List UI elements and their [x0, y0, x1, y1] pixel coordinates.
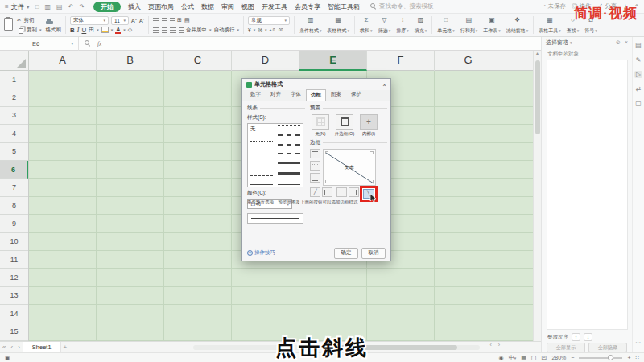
preset-none-button[interactable] [312, 114, 329, 130]
line-style-thick[interactable] [278, 172, 300, 175]
vertical-scrollbar[interactable]: ▲ [533, 51, 541, 341]
dialog-tab-pattern[interactable]: 图案 [326, 88, 346, 101]
row-header-1[interactable]: 1 [0, 71, 28, 88]
objects-list[interactable] [547, 60, 628, 330]
bold-button[interactable]: B [70, 27, 75, 34]
font-size-select[interactable]: 11▾ [111, 16, 129, 25]
row-header-9[interactable]: 9 [0, 215, 28, 232]
border-preview[interactable]: 文本 [323, 149, 376, 186]
line-style-double[interactable] [278, 183, 300, 185]
save-icon[interactable]: ▥ [45, 3, 52, 10]
row-header-3[interactable]: 3 [0, 107, 28, 125]
column-header-c[interactable]: C [164, 51, 232, 71]
sort-button[interactable]: ↕排序▾ [395, 15, 410, 35]
rows-cols-button[interactable]: ▤行和列▾ [460, 15, 479, 35]
tab-insert[interactable]: 插入 [128, 2, 141, 11]
close-icon[interactable]: × [625, 39, 628, 46]
tab-member[interactable]: 会员专享 [295, 2, 320, 11]
row-header-2[interactable]: 2 [0, 88, 28, 106]
fill-button[interactable]: ▨填充▾ [414, 15, 428, 35]
tab-home[interactable]: 开始 [93, 2, 121, 12]
cancel-button[interactable]: 取消 [361, 248, 386, 259]
pane-tool-icon-4[interactable]: ⇄ [636, 85, 642, 93]
row-header-11[interactable]: 11 [0, 251, 28, 269]
filter-button[interactable]: ▽筛选▾ [378, 15, 392, 35]
new-doc-icon[interactable]: □ [35, 3, 39, 10]
decrease-font-button[interactable]: A- [139, 17, 144, 23]
increase-font-button[interactable]: A+ [131, 17, 137, 23]
highlight-button[interactable]: ◇ [128, 27, 132, 33]
row-header-14[interactable]: 14 [0, 305, 28, 323]
select-all-corner[interactable] [0, 51, 29, 71]
name-box[interactable]: E6 ▾ [0, 37, 79, 51]
row-header-4[interactable]: 4 [0, 125, 28, 142]
increase-decimal-icon[interactable]: +.0 [270, 27, 275, 32]
line-style-hairline[interactable] [250, 184, 273, 185]
column-header-b[interactable]: B [97, 51, 164, 71]
underline-button[interactable]: U [81, 27, 86, 34]
line-style-med-dash[interactable] [250, 175, 273, 176]
fill-color-button[interactable] [101, 27, 109, 33]
border-hmiddle-button[interactable] [310, 161, 320, 171]
border-diag-up-button[interactable]: ╱ [310, 187, 320, 197]
search-input[interactable]: 查找命令、搜索模板 [370, 2, 434, 10]
print-icon[interactable]: ▤ [56, 3, 63, 10]
line-style-dashdot[interactable] [250, 158, 273, 158]
tab-formulas[interactable]: 公式 [181, 2, 194, 11]
format-painter-button[interactable]: 格式刷 [46, 25, 62, 35]
cells-button[interactable]: □单元格▾ [436, 15, 456, 35]
table-style-button[interactable]: ▦表格样式▾ [327, 15, 351, 35]
border-vmiddle-button[interactable] [336, 187, 347, 197]
tab-developer[interactable]: 开发工具 [262, 2, 287, 11]
align-right-icon[interactable] [170, 27, 176, 33]
tab-view[interactable]: 视图 [242, 2, 254, 11]
magnifier-icon[interactable] [85, 40, 91, 47]
row-header-6-selected[interactable]: 6 [0, 161, 28, 179]
column-header-e-selected[interactable]: E [299, 51, 367, 71]
table-tools-button[interactable]: ▦表格工具▾ [538, 15, 562, 35]
merge-center-button[interactable]: 合并居中 [186, 27, 207, 34]
line-style-slant-dashdot[interactable] [278, 153, 300, 154]
row-header-12[interactable]: 12 [0, 269, 28, 286]
line-style-med-dashdot[interactable] [278, 134, 300, 136]
line-style-dashdotdot[interactable] [250, 167, 273, 167]
column-header-a[interactable]: A [29, 51, 97, 71]
number-format-select[interactable]: 常规▾ [248, 16, 290, 25]
row-header-5[interactable]: 5 [0, 143, 28, 161]
close-icon[interactable]: × [382, 81, 386, 88]
pane-tool-icon-2[interactable]: ✎ [636, 56, 642, 64]
vertical-scroll-thumb[interactable] [535, 60, 540, 134]
sum-button[interactable]: Σ求和▾ [359, 15, 374, 35]
currency-icon[interactable]: ¥ [248, 27, 251, 33]
paste-button[interactable] [4, 15, 13, 35]
align-bottom-icon[interactable] [170, 18, 175, 23]
align-justify-icon[interactable] [179, 27, 184, 33]
font-name-select[interactable]: 宋体▾ [70, 16, 109, 25]
undo-icon[interactable]: ↶ [68, 3, 74, 10]
dialog-tab-protection[interactable]: 保护 [346, 88, 366, 101]
freeze-panes-button[interactable]: ❖冻结窗格▾ [506, 15, 530, 35]
dialog-tab-font[interactable]: 字体 [286, 88, 306, 101]
row-header-7[interactable]: 7 [0, 179, 28, 196]
tab-data[interactable]: 数据 [201, 2, 214, 11]
tab-review[interactable]: 审阅 [221, 2, 234, 11]
column-header-f[interactable]: F [367, 51, 435, 71]
fx-icon[interactable]: fx [97, 40, 101, 47]
align-left-icon[interactable] [153, 27, 159, 33]
line-style-none[interactable]: 无 [250, 125, 273, 133]
italic-button[interactable]: I [77, 27, 80, 34]
column-header-stub[interactable] [502, 51, 533, 71]
border-bottom-button[interactable] [310, 173, 320, 183]
percent-icon[interactable]: % [258, 27, 262, 33]
pin-icon[interactable]: ⊙ [616, 39, 621, 46]
redo-icon[interactable]: ↷ [79, 3, 85, 10]
scroll-up-icon[interactable]: ▲ [535, 51, 539, 56]
align-center-icon[interactable] [162, 27, 167, 33]
worksheet-button[interactable]: ▣工作表▾ [482, 15, 502, 35]
font-color-button[interactable]: A [115, 27, 121, 34]
line-style-listbox[interactable]: 无 [247, 123, 303, 187]
border-right-button[interactable] [349, 187, 359, 197]
column-header-g[interactable]: G [435, 51, 502, 71]
row-header-10[interactable]: 10 [0, 233, 28, 251]
line-style-med-dashed[interactable] [278, 125, 300, 126]
